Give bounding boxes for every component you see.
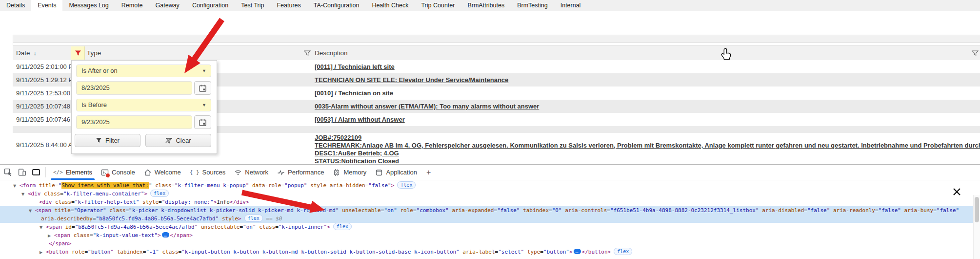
filter-date-top-input[interactable]: 8/23/2025 (76, 81, 192, 95)
devtools-tab-sources[interactable]: { } Sources (185, 165, 230, 180)
toolbar-divider (45, 167, 46, 177)
code-token: "display: none;" (162, 199, 214, 205)
code-token: class (152, 182, 172, 189)
devtools-tab-memory[interactable]: Memory (328, 165, 371, 180)
code-line: aria-describedby="b8a50fc5-fd9a-4a86-b56… (0, 215, 980, 223)
description-filter-button[interactable] (969, 46, 980, 60)
code-token: Info (217, 199, 230, 205)
code-token: = (55, 182, 59, 189)
expand-caret[interactable]: ▼ (13, 182, 20, 190)
code-token: "popup" (284, 182, 307, 189)
code-line: ▼<form title="Show items with value that… (0, 181, 980, 190)
code-token: "on" (384, 207, 397, 214)
code-token: Show items with value that: (61, 182, 149, 189)
inspect-element-button[interactable] (1, 165, 14, 180)
expand-ellipsis-button[interactable]: … (574, 249, 581, 254)
expand-caret[interactable]: ▼ (40, 223, 46, 231)
flex-badge[interactable]: flex (397, 181, 416, 189)
filter-clear-button[interactable]: Clear (145, 134, 211, 147)
flex-badge[interactable]: flex (244, 215, 263, 222)
flex-badge[interactable]: flex (150, 190, 169, 197)
expand-caret[interactable]: ▼ (21, 190, 28, 198)
app-tab-trip-counter[interactable]: Trip Counter (415, 0, 461, 11)
code-token: > (327, 224, 330, 230)
code-token: aria-hidden (326, 182, 365, 189)
home-icon (144, 169, 152, 176)
wifi-icon (234, 169, 242, 176)
expand-ellipsis-button[interactable]: … (162, 232, 169, 237)
column-header-type[interactable]: Type (87, 45, 101, 61)
code-token: = (72, 224, 75, 230)
code-token: = (90, 232, 93, 238)
console-error-badge (105, 173, 110, 178)
type-filter-button[interactable] (301, 46, 314, 60)
devtools-scrollbar[interactable] (973, 195, 980, 259)
code-token: id (62, 224, 72, 230)
event-description-link[interactable]: [0053] / Alarm without Answer (315, 116, 405, 123)
app-tab-brmattributes[interactable]: BrmAttributes (461, 0, 511, 11)
filter-operator-top-dropdown[interactable]: Is After or on ▼ (76, 65, 211, 77)
app-tab-messages-log[interactable]: Messages Log (62, 0, 115, 11)
dock-side-button[interactable] (30, 165, 42, 180)
event-description-link[interactable]: TECHNICIAN ON SITE ELE: Elevator Under S… (315, 76, 508, 84)
selected-element-row[interactable]: ▼<span title="Operator" class="k-picker … (0, 206, 980, 223)
filter-apply-button[interactable]: Filter (75, 134, 140, 147)
event-date: 9/11/2025 12:53:00 (16, 86, 70, 100)
code-token: class (256, 224, 276, 230)
devtools-tab-application[interactable]: Application (371, 165, 421, 180)
funnel-icon (972, 50, 979, 56)
add-tab-button[interactable]: + (421, 165, 436, 180)
code-token: role (68, 249, 84, 255)
app-tab-test-trip[interactable]: Test Trip (235, 0, 270, 11)
expand-caret[interactable]: ▶ (40, 248, 46, 256)
date-filter-button[interactable] (71, 46, 85, 60)
event-description-link[interactable]: JOB#:75022109 (315, 134, 980, 142)
column-header-description[interactable]: Description (315, 45, 348, 61)
chevron-down-icon: ▼ (202, 65, 206, 77)
devtools-tab-elements[interactable]: </> Elements (49, 165, 97, 180)
app-tab-health-check[interactable]: Health Check (365, 0, 415, 11)
filter-date-bottom-input[interactable]: 9/23/2025 (76, 115, 192, 129)
code-token: "0" (552, 207, 562, 214)
event-description-link[interactable]: [0010] / Technician on site (315, 89, 393, 97)
device-toolbar-button[interactable] (16, 165, 28, 180)
app-tab-events[interactable]: Events (31, 0, 62, 11)
event-description-link[interactable]: DESC1:Außer Betrieb; 4.OG (315, 150, 980, 157)
devtools-tab-welcome[interactable]: Welcome (140, 165, 185, 180)
event-description-link[interactable]: TECHREMARK:Anlage AB im 4. OG, Fehlerspe… (315, 142, 980, 150)
app-tab-gateway[interactable]: Gateway (149, 0, 186, 11)
calendar-bottom-button[interactable] (194, 115, 211, 129)
code-token: style (307, 182, 326, 189)
column-header-date[interactable]: Date↓ (16, 45, 37, 61)
flex-badge[interactable]: flex (614, 248, 632, 255)
code-token: > (144, 191, 147, 197)
scrollbar-thumb[interactable] (975, 197, 979, 222)
app-tab-brmtesting[interactable]: BrmTesting (511, 0, 554, 11)
expand-caret[interactable]: ▶ (48, 232, 54, 239)
code-token: </div> (230, 199, 249, 205)
event-description-link[interactable]: 0035-Alarm without answer (ETMA/TAM): To… (315, 103, 539, 110)
code-token: > (391, 182, 395, 189)
operator-bottom-value: Is Before (81, 101, 107, 108)
app-tab-details[interactable]: Details (0, 0, 31, 11)
filter-operator-bottom-dropdown[interactable]: Is Before ▼ (76, 99, 211, 111)
calendar-icon (199, 119, 206, 126)
devtools-tab-performance[interactable]: Performance (273, 165, 328, 180)
calendar-top-button[interactable] (194, 81, 211, 95)
expand-caret[interactable]: ▼ (29, 207, 35, 215)
code-token: role (397, 207, 413, 214)
tab-label: Sources (202, 169, 226, 176)
devtools-tab-network[interactable]: Network (230, 165, 273, 180)
app-tab-features[interactable]: Features (270, 0, 307, 11)
code-token: = (275, 224, 279, 230)
app-tab-configuration[interactable]: Configuration (186, 0, 235, 11)
elements-tree: ▼<form title="Show items with value that… (0, 180, 980, 259)
code-token: title (51, 207, 71, 214)
event-description-link[interactable]: [0011] / Technician left site (315, 63, 395, 70)
app-tab-ta-configuration[interactable]: TA-Configuration (307, 0, 366, 11)
flex-badge[interactable]: flex (333, 223, 352, 230)
code-token: class (52, 199, 72, 205)
app-tab-internal[interactable]: Internal (554, 0, 587, 11)
app-tab-remote[interactable]: Remote (115, 0, 149, 11)
devtools-tab-console[interactable]: Console (97, 165, 140, 180)
